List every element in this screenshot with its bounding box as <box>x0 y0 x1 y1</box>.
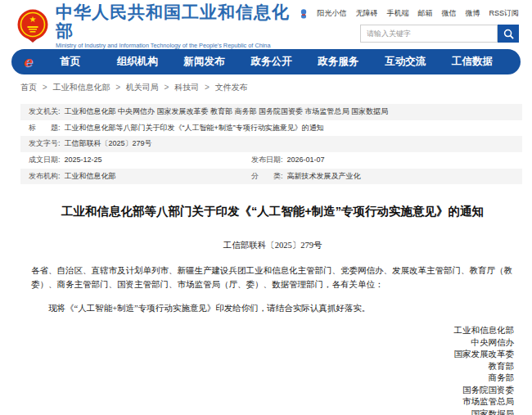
quick-link-mobile[interactable]: 手机端 <box>386 8 408 19</box>
document-number: 工信部联科〔2025〕279号 <box>31 240 514 251</box>
nav-item-organization[interactable]: 组织机构 <box>104 55 171 69</box>
header-utilities: 阳光小信 无障碍 手机端 邮箱 微信 微博 RSS订阅 <box>300 6 519 46</box>
meta-label-category: 分 类: <box>251 172 283 182</box>
document-meta-table: 发文机关: 工业和信息化部 中央网信办 国家发展改革委 教育部 商务部 国务院国… <box>20 104 522 184</box>
miit-logo-icon: e <box>23 55 32 69</box>
nav-item-news[interactable]: 新闻发布 <box>171 55 238 69</box>
meta-label-issuing-orgs: 发文机关: <box>29 107 61 117</box>
search-button[interactable] <box>498 25 519 43</box>
quick-link-wechat[interactable]: 微信 <box>441 8 456 19</box>
meta-row-issuing-orgs: 发文机关: 工业和信息化部 中央网信办 国家发展改革委 教育部 商务部 国务院国… <box>20 104 522 120</box>
breadcrumb-separator: > <box>43 83 47 92</box>
meta-row-doc-number: 发文字号: 工信部联科〔2025〕279号 <box>20 136 522 152</box>
quick-link-email[interactable]: 邮箱 <box>417 8 432 19</box>
document-title: 工业和信息化部等八部门关于印发《“人工智能+制造”专项行动实施意见》的通知 <box>31 204 514 219</box>
meta-label-title: 标 题: <box>29 124 61 133</box>
body-paragraph: 现将《“人工智能+制造”专项行动实施意见》印发给你们，请结合实际认真抓好落实。 <box>31 301 514 315</box>
meta-label-publisher: 发布机构: <box>29 172 61 182</box>
meta-value-title: 工业和信息化部等八部门关于印发《“人工智能+制造”专项行动实施意见》的通知 <box>65 124 324 133</box>
nav-item-interaction[interactable]: 互动交流 <box>372 55 439 69</box>
brand-text: 中华人民共和国工业和信息化部 Ministry of Industry and … <box>56 2 300 49</box>
breadcrumb: 首页 > 工业和信息化部 > 机关司局 > 科技司 > 文件发布 <box>0 74 532 93</box>
meta-value-written-date: 2025-12-25 <box>65 156 102 165</box>
quick-link-accessibility[interactable]: 无障碍 <box>355 8 377 19</box>
signature-item: 国家发展改革委 <box>31 349 514 361</box>
mascot-icon <box>300 9 308 19</box>
meta-value-category: 高新技术发展及产业化 <box>287 172 361 182</box>
breadcrumb-separator: > <box>115 83 120 92</box>
meta-value-issuing-orgs: 工业和信息化部 中央网信办 国家发展改革委 教育部 商务部 国务院国资委 市场监… <box>65 107 389 117</box>
signature-item: 中央网信办 <box>31 337 514 350</box>
meta-label-publish-date: 发布日期: <box>251 156 283 165</box>
document-content: 工业和信息化部等八部门关于印发《“人工智能+制造”专项行动实施意见》的通知 工信… <box>0 204 532 415</box>
signature-item: 国家数据局 <box>31 408 514 415</box>
signature-item: 商务部 <box>31 372 514 385</box>
search-bar <box>360 25 519 43</box>
breadcrumb-departments[interactable]: 机关司局 <box>126 83 159 92</box>
breadcrumb-tech-dept[interactable]: 科技司 <box>174 83 199 92</box>
breadcrumb-separator: > <box>205 83 210 92</box>
breadcrumb-home[interactable]: 首页 <box>20 83 37 92</box>
meta-label-written-date: 成文日期: <box>29 156 61 165</box>
quick-link-rss[interactable]: RSS订阅 <box>489 8 519 19</box>
main-nav: e 首页 组织机构 新闻发布 政务公开 政务服务 互动交流 工信数据 <box>11 49 521 74</box>
signature-item: 市场监管总局 <box>31 396 514 408</box>
meta-value-publisher: 工业和信息化部 <box>65 172 116 182</box>
site-subtitle: Ministry of Industry and Information Tec… <box>56 42 300 49</box>
meta-row-dates: 成文日期: 2025-12-25 发布日期: 2026-01-07 <box>20 152 522 169</box>
search-input[interactable] <box>360 25 498 43</box>
breadcrumb-doc-release[interactable]: 文件发布 <box>215 83 248 92</box>
signature-item: 工业和信息化部 <box>31 325 514 337</box>
breadcrumb-miit[interactable]: 工业和信息化部 <box>52 83 110 92</box>
meta-row-title: 标 题: 工业和信息化部等八部门关于印发《“人工智能+制造”专项行动实施意见》的… <box>20 120 522 137</box>
breadcrumb-separator: > <box>165 83 169 92</box>
meta-value-publish-date: 2026-01-07 <box>287 156 325 165</box>
nav-item-gov-services[interactable]: 政务服务 <box>304 55 372 69</box>
quick-link-sunshine[interactable]: 阳光小信 <box>317 8 346 19</box>
svg-text:★: ★ <box>29 15 37 24</box>
signature-item: 教育部 <box>31 361 514 373</box>
quick-link-weibo[interactable]: 微博 <box>465 8 480 19</box>
meta-value-doc-number: 工信部联科〔2025〕279号 <box>65 139 152 149</box>
nav-item-data[interactable]: 工信数据 <box>439 55 506 69</box>
signature-item: 国务院国资委 <box>31 385 514 397</box>
site-header: ★ 中华人民共和国工业和信息化部 Ministry of Industry an… <box>0 0 532 47</box>
meta-row-publisher: 发布机构: 工业和信息化部 分 类: 高新技术发展及产业化 <box>20 169 522 185</box>
site-title: 中华人民共和国工业和信息化部 <box>56 2 300 40</box>
nav-item-gov-disclosure[interactable]: 政务公开 <box>237 55 304 69</box>
signature-block: 工业和信息化部 中央网信办 国家发展改革委 教育部 商务部 国务院国资委 市场监… <box>31 325 514 415</box>
salutation-paragraph: 各省、自治区、直辖市及计划单列市、新疆生产建设兵团工业和信息化主管部门、党委网信… <box>31 264 514 291</box>
site-brand[interactable]: ★ 中华人民共和国工业和信息化部 Ministry of Industry an… <box>16 6 300 46</box>
national-emblem-icon: ★ <box>16 9 49 43</box>
meta-label-doc-number: 发文字号: <box>29 139 61 149</box>
quick-links: 阳光小信 无障碍 手机端 邮箱 微信 微博 RSS订阅 <box>300 8 519 19</box>
search-icon <box>503 29 514 39</box>
nav-item-home[interactable]: 首页 <box>37 55 104 69</box>
